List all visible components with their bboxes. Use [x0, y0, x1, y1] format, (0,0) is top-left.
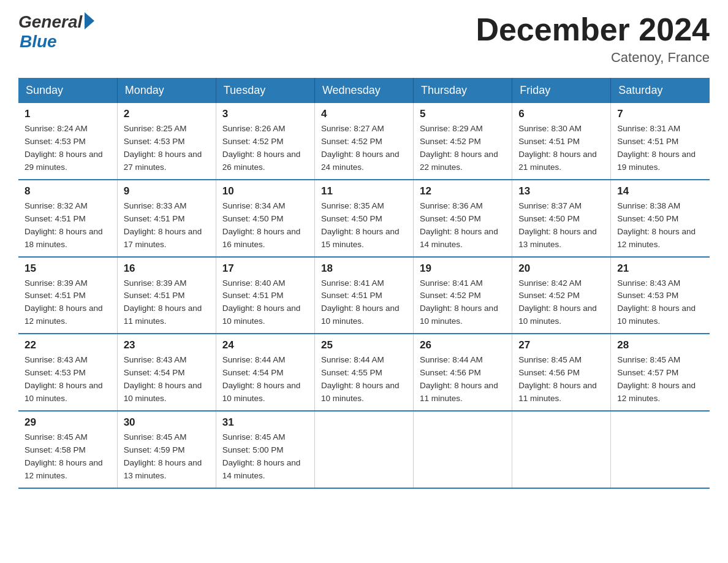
day-info: Sunrise: 8:41 AMSunset: 4:52 PMDaylight:…	[420, 277, 506, 329]
day-info: Sunrise: 8:27 AMSunset: 4:52 PMDaylight:…	[321, 123, 407, 174]
day-info: Sunrise: 8:42 AMSunset: 4:52 PMDaylight:…	[518, 277, 604, 329]
calendar-cell: 21Sunrise: 8:43 AMSunset: 4:53 PMDayligh…	[611, 257, 710, 334]
day-number: 24	[222, 339, 308, 351]
logo-arrow-icon	[85, 12, 94, 29]
day-info: Sunrise: 8:44 AMSunset: 4:54 PMDaylight:…	[222, 354, 308, 405]
calendar-cell: 18Sunrise: 8:41 AMSunset: 4:51 PMDayligh…	[314, 257, 413, 334]
day-info: Sunrise: 8:43 AMSunset: 4:54 PMDaylight:…	[124, 354, 210, 405]
logo-blue-text: Blue	[20, 32, 57, 52]
day-info: Sunrise: 8:29 AMSunset: 4:52 PMDaylight:…	[420, 123, 506, 174]
week-row-3: 15Sunrise: 8:39 AMSunset: 4:51 PMDayligh…	[18, 257, 710, 334]
day-info: Sunrise: 8:36 AMSunset: 4:50 PMDaylight:…	[420, 200, 506, 251]
location-subtitle: Catenoy, France	[476, 50, 710, 66]
day-info: Sunrise: 8:39 AMSunset: 4:51 PMDaylight:…	[25, 277, 111, 329]
day-number: 21	[617, 262, 703, 275]
day-info: Sunrise: 8:34 AMSunset: 4:50 PMDaylight:…	[222, 200, 308, 251]
logo-general-text: General	[18, 12, 82, 32]
day-number: 7	[617, 108, 703, 120]
calendar-cell: 31Sunrise: 8:45 AMSunset: 5:00 PMDayligh…	[216, 411, 314, 488]
day-number: 8	[25, 185, 111, 197]
calendar-cell: 23Sunrise: 8:43 AMSunset: 4:54 PMDayligh…	[117, 334, 216, 411]
day-number: 13	[518, 185, 604, 197]
day-number: 10	[222, 185, 308, 197]
calendar-cell: 12Sunrise: 8:36 AMSunset: 4:50 PMDayligh…	[414, 180, 512, 257]
day-info: Sunrise: 8:26 AMSunset: 4:52 PMDaylight:…	[222, 123, 308, 174]
calendar-cell: 28Sunrise: 8:45 AMSunset: 4:57 PMDayligh…	[611, 334, 710, 411]
calendar-cell: 14Sunrise: 8:38 AMSunset: 4:50 PMDayligh…	[611, 180, 710, 257]
calendar-cell: 3Sunrise: 8:26 AMSunset: 4:52 PMDaylight…	[216, 103, 314, 180]
day-number: 25	[321, 339, 407, 351]
calendar-cell: 24Sunrise: 8:44 AMSunset: 4:54 PMDayligh…	[216, 334, 314, 411]
header-cell-wednesday: Wednesday	[314, 78, 413, 103]
calendar-cell: 22Sunrise: 8:43 AMSunset: 4:53 PMDayligh…	[18, 334, 117, 411]
day-number: 11	[321, 185, 407, 197]
calendar-cell: 9Sunrise: 8:33 AMSunset: 4:51 PMDaylight…	[117, 180, 216, 257]
day-info: Sunrise: 8:43 AMSunset: 4:53 PMDaylight:…	[25, 354, 111, 405]
calendar-cell: 1Sunrise: 8:24 AMSunset: 4:53 PMDaylight…	[18, 103, 117, 180]
day-number: 23	[124, 339, 210, 351]
calendar-cell: 13Sunrise: 8:37 AMSunset: 4:50 PMDayligh…	[512, 180, 611, 257]
calendar-header: SundayMondayTuesdayWednesdayThursdayFrid…	[18, 78, 710, 103]
day-number: 29	[25, 416, 111, 429]
calendar-cell: 2Sunrise: 8:25 AMSunset: 4:53 PMDaylight…	[117, 103, 216, 180]
calendar-cell: 10Sunrise: 8:34 AMSunset: 4:50 PMDayligh…	[216, 180, 314, 257]
day-info: Sunrise: 8:44 AMSunset: 4:55 PMDaylight:…	[321, 354, 407, 405]
day-info: Sunrise: 8:38 AMSunset: 4:50 PMDaylight:…	[617, 200, 703, 251]
day-info: Sunrise: 8:45 AMSunset: 4:58 PMDaylight:…	[25, 431, 111, 483]
title-section: December 2024 Catenoy, France	[476, 12, 710, 66]
day-number: 31	[222, 416, 308, 429]
day-info: Sunrise: 8:24 AMSunset: 4:53 PMDaylight:…	[25, 123, 111, 174]
day-info: Sunrise: 8:44 AMSunset: 4:56 PMDaylight:…	[420, 354, 506, 405]
calendar-cell: 4Sunrise: 8:27 AMSunset: 4:52 PMDaylight…	[314, 103, 413, 180]
calendar-cell: 27Sunrise: 8:45 AMSunset: 4:56 PMDayligh…	[512, 334, 611, 411]
day-number: 3	[222, 108, 308, 120]
calendar-cell: 30Sunrise: 8:45 AMSunset: 4:59 PMDayligh…	[117, 411, 216, 488]
calendar-cell: 6Sunrise: 8:30 AMSunset: 4:51 PMDaylight…	[512, 103, 611, 180]
day-number: 5	[420, 108, 506, 120]
calendar-cell: 5Sunrise: 8:29 AMSunset: 4:52 PMDaylight…	[414, 103, 512, 180]
day-info: Sunrise: 8:35 AMSunset: 4:50 PMDaylight:…	[321, 200, 407, 251]
day-number: 22	[25, 339, 111, 351]
header-cell-friday: Friday	[512, 78, 611, 103]
day-number: 18	[321, 262, 407, 275]
calendar-cell: 20Sunrise: 8:42 AMSunset: 4:52 PMDayligh…	[512, 257, 611, 334]
calendar-cell: 11Sunrise: 8:35 AMSunset: 4:50 PMDayligh…	[314, 180, 413, 257]
day-info: Sunrise: 8:45 AMSunset: 4:56 PMDaylight:…	[518, 354, 604, 405]
calendar-cell: 26Sunrise: 8:44 AMSunset: 4:56 PMDayligh…	[414, 334, 512, 411]
day-number: 9	[124, 185, 210, 197]
calendar-cell	[314, 411, 413, 488]
day-info: Sunrise: 8:45 AMSunset: 4:59 PMDaylight:…	[124, 431, 210, 483]
day-info: Sunrise: 8:31 AMSunset: 4:51 PMDaylight:…	[617, 123, 703, 174]
day-number: 27	[518, 339, 604, 351]
header-cell-thursday: Thursday	[414, 78, 512, 103]
calendar-body: 1Sunrise: 8:24 AMSunset: 4:53 PMDaylight…	[18, 103, 710, 488]
header-cell-tuesday: Tuesday	[216, 78, 314, 103]
day-info: Sunrise: 8:45 AMSunset: 5:00 PMDaylight:…	[222, 431, 308, 483]
day-info: Sunrise: 8:37 AMSunset: 4:50 PMDaylight:…	[518, 200, 604, 251]
calendar-cell	[512, 411, 611, 488]
day-number: 16	[124, 262, 210, 275]
calendar-cell: 29Sunrise: 8:45 AMSunset: 4:58 PMDayligh…	[18, 411, 117, 488]
header-cell-saturday: Saturday	[611, 78, 710, 103]
day-info: Sunrise: 8:43 AMSunset: 4:53 PMDaylight:…	[617, 277, 703, 329]
day-info: Sunrise: 8:39 AMSunset: 4:51 PMDaylight:…	[124, 277, 210, 329]
day-info: Sunrise: 8:32 AMSunset: 4:51 PMDaylight:…	[25, 200, 111, 251]
day-info: Sunrise: 8:41 AMSunset: 4:51 PMDaylight:…	[321, 277, 407, 329]
header-cell-monday: Monday	[117, 78, 216, 103]
day-info: Sunrise: 8:33 AMSunset: 4:51 PMDaylight:…	[124, 200, 210, 251]
calendar-cell: 17Sunrise: 8:40 AMSunset: 4:51 PMDayligh…	[216, 257, 314, 334]
calendar-cell	[414, 411, 512, 488]
week-row-2: 8Sunrise: 8:32 AMSunset: 4:51 PMDaylight…	[18, 180, 710, 257]
day-number: 20	[518, 262, 604, 275]
day-info: Sunrise: 8:25 AMSunset: 4:53 PMDaylight:…	[124, 123, 210, 174]
calendar-cell: 19Sunrise: 8:41 AMSunset: 4:52 PMDayligh…	[414, 257, 512, 334]
calendar-cell: 16Sunrise: 8:39 AMSunset: 4:51 PMDayligh…	[117, 257, 216, 334]
header-cell-sunday: Sunday	[18, 78, 117, 103]
day-info: Sunrise: 8:30 AMSunset: 4:51 PMDaylight:…	[518, 123, 604, 174]
month-title: December 2024	[476, 12, 710, 47]
day-number: 12	[420, 185, 506, 197]
day-number: 17	[222, 262, 308, 275]
header-row: SundayMondayTuesdayWednesdayThursdayFrid…	[18, 78, 710, 103]
day-number: 28	[617, 339, 703, 351]
calendar-cell: 15Sunrise: 8:39 AMSunset: 4:51 PMDayligh…	[18, 257, 117, 334]
